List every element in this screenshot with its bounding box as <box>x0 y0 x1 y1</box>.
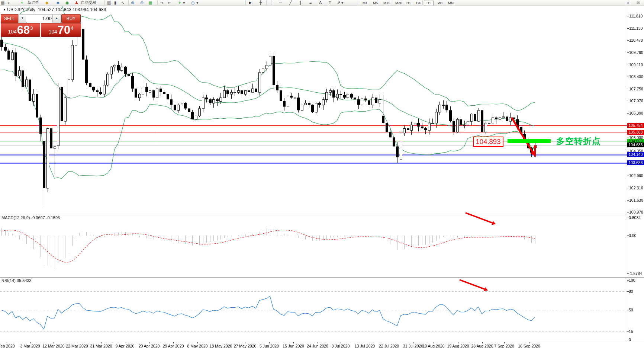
timeframe-button-m15[interactable]: M15 <box>381 0 393 6</box>
rsi-label: RSI(14) 35.5433 <box>1 278 32 283</box>
auto-trading-button-label[interactable]: 自动交易 <box>81 0 96 5</box>
crosshair-icon[interactable]: ╋ <box>260 0 262 5</box>
auto-trading-icon[interactable]: ♟ <box>75 0 78 5</box>
timeframe-button-m30[interactable]: M30 <box>393 0 405 6</box>
price-level-badge: 103.688 <box>627 160 644 165</box>
price-level-callout[interactable]: 104.893 <box>473 137 503 147</box>
channel-icon[interactable]: ∥ <box>299 0 302 5</box>
macd-label: MACD(12,26,9) -0.3697 -0.1596 <box>1 215 60 220</box>
time-axis-label: 22 Jul 2020 <box>379 344 399 348</box>
candle-chart-icon[interactable]: ▮ <box>114 0 116 5</box>
time-axis-label: 3 Jul 2020 <box>332 344 350 348</box>
price-axis-tick: 101.630 <box>629 198 643 202</box>
price-axis-tick: 109.790 <box>629 50 643 55</box>
price-axis-tick: 107.070 <box>629 99 643 103</box>
tile-windows-icon[interactable]: ▦ <box>148 0 152 5</box>
sell-price-button[interactable]: 104 68 3 <box>1 23 40 37</box>
price-level-badge: 105.388 <box>627 130 644 135</box>
timeframe-button-m1[interactable]: M1 <box>360 0 370 6</box>
timeframe-button-m5[interactable]: M5 <box>370 0 380 6</box>
time-axis-label: 13 Jul 2020 <box>355 344 375 348</box>
toolbar-separator <box>157 0 158 5</box>
buy-button[interactable]: BUY <box>61 14 81 23</box>
fibonacci-icon[interactable]: ≡ <box>309 0 312 5</box>
timeframe-button-h4[interactable]: H4 <box>413 0 423 6</box>
period-clock-icon[interactable]: ◷ <box>191 0 195 5</box>
profile-icon[interactable]: ☻ <box>56 0 60 5</box>
toolbar-separator <box>18 0 19 5</box>
rsi-scale-label: 50 <box>629 308 633 312</box>
shift-end-icon[interactable]: ⇥ <box>160 0 163 5</box>
chart-title: ▲ USDJPY,Daily 104.527 104.843 103.994 1… <box>3 7 106 12</box>
period-dropdown-icon[interactable]: ▾ <box>196 0 199 5</box>
time-axis-label: 31 Mar 2020 <box>90 344 112 348</box>
zoom-out-icon[interactable]: ⊖ <box>140 0 144 5</box>
time-axis-label: 20 Apr 2020 <box>139 344 160 348</box>
buy-price-button[interactable]: 104 70 4 <box>41 23 81 37</box>
timeframe-button-h1[interactable]: H1 <box>404 0 413 6</box>
trendline-icon[interactable]: ╱ <box>289 0 292 5</box>
time-axis-label: 5 Jun 2020 <box>260 344 279 348</box>
zoom-in-icon[interactable]: ⊕ <box>131 0 134 5</box>
line-chart-icon[interactable]: ∿ <box>121 0 125 5</box>
price-level-badge: 105.754 <box>627 123 644 128</box>
price-axis-tick: 107.750 <box>629 87 643 91</box>
price-axis-tick: 100.970 <box>629 210 643 214</box>
price-level-badge: 104.683 <box>627 143 644 147</box>
bar-chart-icon[interactable]: ▥ <box>107 0 111 5</box>
buy-price-handle: 104 <box>48 29 57 35</box>
timeframe-button-mn[interactable]: MN <box>445 0 456 6</box>
turning-point-bar[interactable] <box>508 139 551 143</box>
timeframe-button-d1[interactable]: D1 <box>424 0 434 6</box>
time-axis-label: 29 Apr 2020 <box>163 344 184 348</box>
indicators-icon[interactable]: ◆ <box>45 0 48 5</box>
price-axis-tick: 108.430 <box>629 74 643 79</box>
new-order-button-label[interactable]: 新订单 <box>28 0 39 5</box>
sell-price-pip: 3 <box>30 25 33 31</box>
toolbar-separator <box>245 0 246 5</box>
price-axis-tick: 106.390 <box>629 111 643 115</box>
rsi-scale-label: 15 <box>629 329 633 334</box>
signals-icon[interactable]: ◉ <box>65 0 69 5</box>
chart-dropdown-icon[interactable]: ▾ <box>183 0 185 5</box>
volume-input[interactable] <box>26 14 53 22</box>
time-axis-label: 3 Feb 2020 <box>0 344 15 348</box>
vertical-line-icon[interactable]: │ <box>270 0 273 5</box>
buy-price-pip: 4 <box>71 25 73 31</box>
label-icon[interactable]: T <box>329 0 331 5</box>
zoom-preview-icon[interactable]: ⌕ <box>7 0 10 5</box>
turning-point-annotation[interactable]: 多空转折点 <box>556 135 601 147</box>
trading-app-window: { "toolbar": { "new_order_label": "新订单",… <box>0 0 644 349</box>
auto-scroll-icon[interactable]: ⇤ <box>168 0 171 5</box>
chart-low-value: 103.994 <box>73 7 88 12</box>
chart-high-value: 104.843 <box>55 7 71 12</box>
add-chart-icon[interactable]: + <box>178 0 181 5</box>
price-axis-tick: 102.990 <box>629 173 643 178</box>
timeframe-button-w1[interactable]: W1 <box>435 0 445 6</box>
macd-scale-label: 0.8034 <box>629 215 641 220</box>
volume-increase-button[interactable]: ▲ <box>52 14 61 23</box>
new-order-icon[interactable]: + <box>21 0 23 5</box>
window-icon[interactable]: ▦ <box>1 0 4 5</box>
shapes-dropdown-icon[interactable]: ▾ <box>341 0 344 5</box>
volume-decrease-button[interactable]: ▼ <box>18 14 27 23</box>
chart-open-value: 104.527 <box>38 7 54 12</box>
chart-symbol-period: USDJPY,Daily <box>7 7 35 12</box>
rsi-scale-label: 80 <box>629 289 633 294</box>
time-axis-label: 3 Mar 2020 <box>20 344 40 348</box>
cursor-icon[interactable]: ► <box>248 0 252 5</box>
time-axis-label: 10 Aug 2020 <box>423 344 445 348</box>
shapes-icon[interactable]: ⇗ <box>337 0 340 5</box>
chart-canvas[interactable] <box>0 0 644 349</box>
toolbar-separator <box>176 0 177 5</box>
time-axis-label: 22 Mar 2020 <box>66 344 88 348</box>
text-icon[interactable]: A <box>319 0 322 5</box>
chat-icon[interactable]: ✉ <box>637 0 640 5</box>
horizontal-line-icon[interactable]: ─ <box>279 0 282 5</box>
time-axis-label: 18 May 2020 <box>210 344 232 348</box>
sell-button[interactable]: SELL <box>1 14 18 23</box>
time-axis-label: 8 May 2020 <box>187 344 208 348</box>
time-axis-label: 24 Jun 2020 <box>307 344 328 348</box>
search-icon[interactable]: ⌕ <box>627 0 629 5</box>
time-axis-label: 31 Jul 2020 <box>403 344 423 348</box>
